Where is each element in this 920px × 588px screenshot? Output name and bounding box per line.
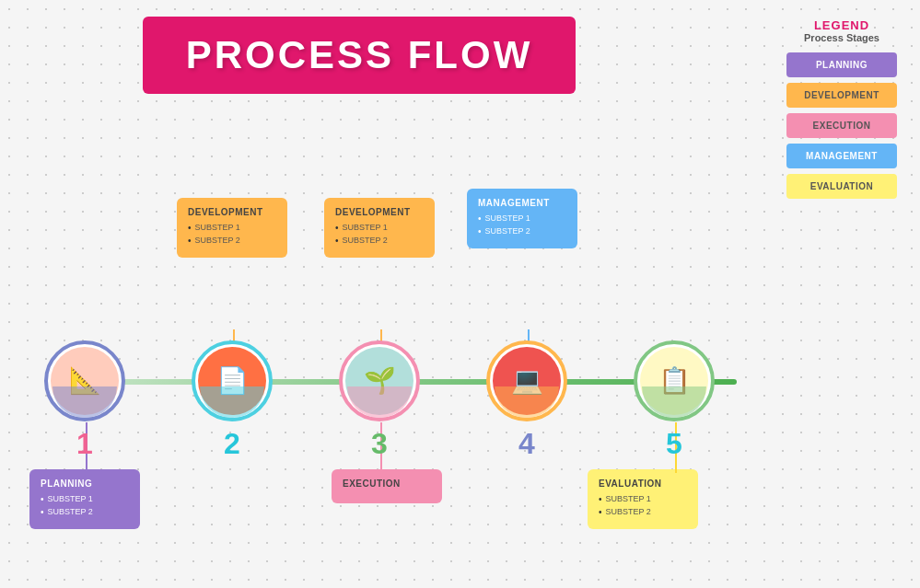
legend-item-planning: PLANNING bbox=[786, 52, 897, 77]
box-item-mgmt-2: SUBSTEP 2 bbox=[478, 226, 566, 237]
info-box-evaluation: EVALUATION SUBSTEP 1 SUBSTEP 2 bbox=[588, 469, 698, 529]
box-item-dev2-2: SUBSTEP 2 bbox=[335, 236, 424, 247]
legend-item-management: MANAGEMENT bbox=[786, 144, 897, 168]
stage-1-circle bbox=[44, 340, 125, 421]
info-box-management: MANAGEMENT SUBSTEP 1 SUBSTEP 2 bbox=[467, 189, 577, 248]
box-item-eval-1: SUBSTEP 1 bbox=[599, 494, 687, 505]
box-title-mgmt: MANAGEMENT bbox=[478, 198, 566, 208]
info-box-execution: EXECUTION bbox=[332, 469, 442, 503]
stage-4: 4 bbox=[486, 340, 567, 461]
info-box-development-1: DEVELOPMENT SUBSTEP 1 SUBSTEP 2 bbox=[177, 198, 287, 258]
page-title: PROCESS FLOW bbox=[170, 33, 548, 77]
box-item-mgmt-1: SUBSTEP 1 bbox=[478, 213, 566, 225]
legend-item-execution: EXECUTION bbox=[786, 113, 897, 138]
legend-subtitle: Process Stages bbox=[786, 32, 897, 43]
stage-1-number: 1 bbox=[76, 427, 93, 461]
stage-2-number: 2 bbox=[224, 427, 240, 461]
box-title-dev1: DEVELOPMENT bbox=[188, 207, 276, 217]
box-item-planning-1: SUBSTEP 1 bbox=[41, 494, 129, 505]
box-item-dev2-1: SUBSTEP 1 bbox=[335, 223, 424, 234]
stage-5-number: 5 bbox=[666, 427, 682, 461]
info-box-planning: PLANNING SUBSTEP 1 SUBSTEP 2 bbox=[29, 469, 140, 529]
stage-5-circle bbox=[634, 340, 715, 421]
box-item-dev1-2: SUBSTEP 2 bbox=[188, 236, 276, 247]
stage-2: 2 bbox=[192, 340, 273, 461]
box-title-execution: EXECUTION bbox=[343, 478, 431, 489]
stage-3-circle bbox=[339, 340, 420, 421]
title-banner: PROCESS FLOW bbox=[143, 17, 576, 94]
legend-item-development: DEVELOPMENT bbox=[786, 83, 897, 108]
stage-2-circle bbox=[192, 340, 273, 421]
stage-1: 1 bbox=[44, 340, 125, 461]
stage-5: 5 bbox=[634, 340, 715, 461]
box-title-planning: PLANNING bbox=[41, 478, 129, 489]
stage-4-number: 4 bbox=[518, 427, 535, 461]
legend: LEGEND Process Stages PLANNING DEVELOPME… bbox=[786, 18, 897, 204]
stage-3-number: 3 bbox=[371, 427, 388, 461]
legend-title: LEGEND bbox=[786, 18, 897, 32]
box-item-eval-2: SUBSTEP 2 bbox=[599, 507, 687, 518]
box-item-dev1-1: SUBSTEP 1 bbox=[188, 223, 276, 234]
box-item-planning-2: SUBSTEP 2 bbox=[41, 507, 129, 518]
legend-item-evaluation: EVALUATION bbox=[786, 174, 897, 199]
stage-4-circle bbox=[486, 340, 567, 421]
stage-3: 3 bbox=[339, 340, 420, 461]
box-title-evaluation: EVALUATION bbox=[599, 478, 687, 489]
box-title-dev2: DEVELOPMENT bbox=[335, 207, 424, 217]
info-box-development-2: DEVELOPMENT SUBSTEP 1 SUBSTEP 2 bbox=[324, 198, 435, 258]
